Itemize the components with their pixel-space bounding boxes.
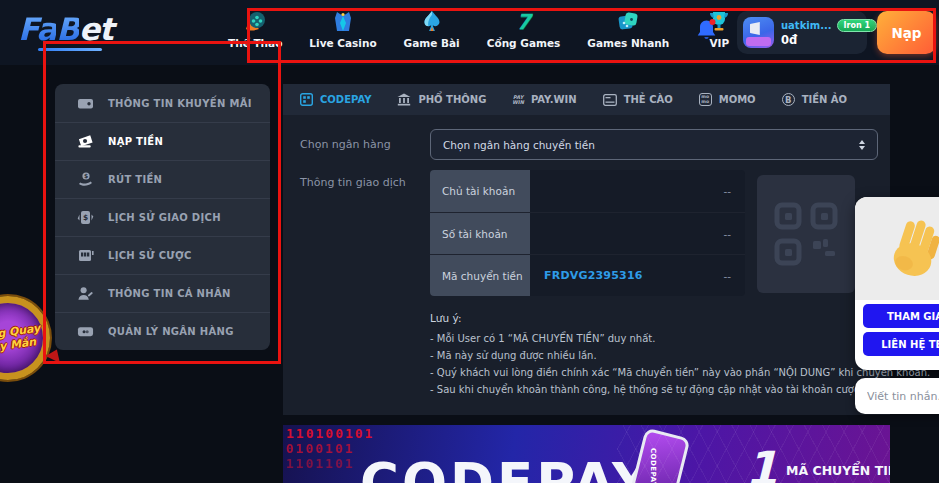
join-telegram-button[interactable]: THAM GIA [863, 304, 939, 328]
scratch-card-icon [603, 94, 617, 106]
payment-method-tabs: CODEPAY PHỔ THÔNG PAYWIN PAY.WIN THẺ CÀO… [283, 84, 890, 115]
seven-slot-icon: 7 [516, 9, 531, 35]
username: uatkim... [781, 20, 832, 31]
note-line: - Mã này sử dụng được nhiều lần. [430, 347, 870, 364]
tab-label: PAY.WIN [531, 94, 577, 105]
nav-label: Cổng Games [487, 37, 561, 49]
nav-item-games-nhanh[interactable]: Games Nhanh [587, 9, 669, 49]
row-value: -- [723, 228, 731, 240]
balance: 0đ [781, 33, 859, 47]
bell-icon [694, 17, 719, 44]
chat-hero [855, 197, 939, 300]
live-casino-icon [331, 9, 355, 35]
phone-label: CODEPAY [649, 448, 657, 483]
tab-pho-thong[interactable]: PHỔ THÔNG [397, 93, 486, 106]
tab-paywin[interactable]: PAYWIN PAY.WIN [512, 94, 576, 105]
bitcoin-icon: B [782, 93, 795, 106]
tab-label: CODEPAY [320, 94, 371, 105]
notification-bell-button[interactable] [694, 17, 719, 48]
tab-label: MOMO [719, 94, 756, 105]
dice-icon [615, 9, 641, 35]
note-line: - Quý khách vui lòng điền chính xác “Mã … [430, 364, 870, 381]
user-account-card[interactable]: uatkim... Iron 1 0đ [737, 11, 867, 54]
svg-text:$: $ [84, 172, 88, 179]
select-arrows-icon [859, 140, 865, 150]
table-row-account-holder: Chủ tài khoản -- [430, 170, 745, 212]
note-line: - Mỗi User có 1 “MÃ CHUYỂN TIỀN” duy nhấ… [430, 330, 870, 347]
tab-tien-ao[interactable]: B TIỀN ẢO [782, 93, 847, 106]
qr-code-icon [771, 199, 841, 269]
codepay-qr-icon [300, 93, 313, 106]
deposit-button[interactable]: Nạp [877, 11, 936, 54]
chat-input-wrap [855, 378, 939, 414]
sidebar-item-bet-history[interactable]: LỊCH SỬ CƯỢC [55, 236, 270, 274]
banner-step-label: MÃ CHUYỂN TIỀN [786, 463, 890, 478]
row-label: Mã chuyển tiền [430, 255, 530, 296]
deposit-content-panel: CODEPAY PHỔ THÔNG PAYWIN PAY.WIN THẺ CÀO… [283, 84, 890, 415]
sidebar-item-personal-info[interactable]: THÔNG TIN CÁ NHÂN [55, 274, 270, 312]
nav-item-live-casino[interactable]: Live Casino [309, 9, 376, 49]
sidebar-item-deposit[interactable]: NẠP TIỀN [55, 122, 270, 160]
slot-machine-icon [77, 247, 94, 264]
deposit-money-icon [77, 133, 94, 150]
row-label: Số tài khoản [430, 213, 530, 254]
tab-the-cao[interactable]: THẺ CÀO [603, 94, 673, 106]
sidebar-item-promotions[interactable]: THÔNG TIN KHUYẾN MÃI [55, 84, 270, 122]
deposit-notes: Lưu ý: - Mỗi User có 1 “MÃ CHUYỂN TIỀN” … [430, 312, 870, 398]
site-logo[interactable]: FaBet [18, 11, 113, 47]
sidebar-item-label: LỊCH SỬ CƯỢC [108, 250, 192, 261]
level-badge: Iron 1 [837, 19, 877, 32]
sidebar-item-label: THÔNG TIN CÁ NHÂN [108, 288, 231, 299]
nav-item-cong-games[interactable]: 7 Cổng Games [487, 9, 561, 49]
user-meta: uatkim... Iron 1 0đ [781, 19, 859, 47]
logo-underline [38, 48, 102, 51]
banner-title: CODEPAY [360, 452, 653, 483]
chat-message-input[interactable] [867, 390, 939, 403]
bank-select-value: Chọn ngân hàng chuyển tiền [443, 139, 859, 151]
account-sidebar: THÔNG TIN KHUYẾN MÃI NẠP TIỀN $ RÚT TIỀN… [55, 84, 270, 350]
row-value: -- [723, 270, 731, 282]
transaction-history-icon: $ [77, 209, 94, 226]
promo-wallet-icon [77, 95, 94, 112]
nav-item-the-thao[interactable]: Thể Thao [228, 9, 282, 49]
withdraw-hand-icon: $ [77, 171, 94, 188]
tab-momo[interactable]: momo MOMO [699, 93, 756, 106]
sidebar-item-withdraw[interactable]: $ RÚT TIỀN [55, 160, 270, 198]
table-row-account-number: Số tài khoản -- [430, 212, 745, 254]
transaction-info-label: Thông tin giao dịch [300, 176, 406, 189]
phone-graphic: CODEPAY [626, 428, 691, 483]
codepay-promo-banner[interactable]: 110100101 0100101 1101101 CODEPAY CODEPA… [283, 425, 890, 483]
bank-select[interactable]: Chọn ngân hàng chuyển tiền [430, 129, 878, 160]
chat-widget: THAM GIA LIÊN HỆ TEL [855, 197, 939, 370]
notes-title: Lưu ý: [430, 312, 870, 324]
sidebar-item-label: LỊCH SỬ GIAO DỊCH [108, 212, 221, 223]
svg-text:$: $ [83, 213, 88, 222]
spade-card-icon [420, 9, 444, 35]
tab-codepay[interactable]: CODEPAY [300, 93, 371, 106]
bank-select-label: Chọn ngân hàng [300, 138, 391, 151]
row-value: -- [723, 185, 731, 197]
paywin-logo-icon: PAYWIN [512, 95, 524, 105]
sidebar-item-bank-management[interactable]: QUẢN LÝ NGÂN HÀNG [55, 312, 270, 350]
sidebar-item-label: THÔNG TIN KHUYẾN MÃI [108, 98, 252, 109]
logo-text: Fa [18, 11, 56, 47]
person-edit-icon [77, 285, 94, 302]
tab-label: THẺ CÀO [624, 94, 673, 105]
nav-label: Games Nhanh [587, 37, 669, 49]
transfer-code-value: FRDVG2395316 [544, 269, 643, 282]
qr-code-placeholder [757, 175, 855, 293]
nav-label: Thể Thao [228, 37, 282, 49]
sidebar-item-label: QUẢN LÝ NGÂN HÀNG [108, 326, 234, 337]
contact-telegram-button[interactable]: LIÊN HỆ TEL [863, 332, 939, 356]
row-label: Chủ tài khoản [430, 170, 530, 212]
waving-hand-icon [886, 218, 939, 280]
note-line: - Sau khi chuyển khoản thành công, hệ th… [430, 381, 870, 398]
nav-label: Game Bài [404, 37, 460, 49]
wheel-ribbon [46, 350, 64, 368]
banner-step-number: 1 [745, 441, 778, 483]
momo-icon: momo [699, 93, 712, 106]
sports-ball-icon [242, 9, 268, 35]
nav-item-game-bai[interactable]: Game Bài [404, 9, 460, 49]
sidebar-item-transaction-history[interactable]: $ LỊCH SỬ GIAO DỊCH [55, 198, 270, 236]
table-row-transfer-code: Mã chuyển tiền FRDVG2395316 -- [430, 254, 745, 296]
